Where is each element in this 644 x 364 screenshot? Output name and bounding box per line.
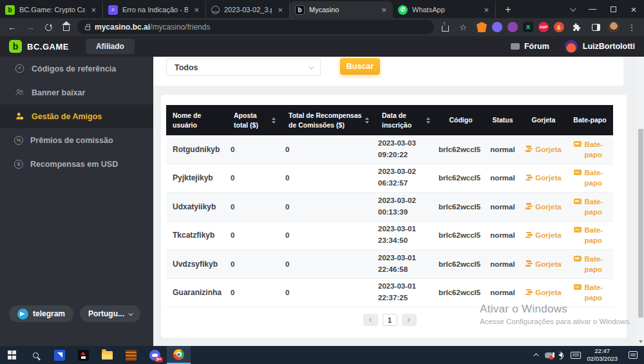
extensions-puzzle-icon[interactable] <box>569 20 583 34</box>
tab-png-image[interactable]: 2023-03-02_3.png (1024×76 × <box>206 1 290 18</box>
search-button[interactable]: Buscar <box>340 58 380 75</box>
keyboard-icon[interactable] <box>571 352 581 359</box>
maximize-button[interactable] <box>603 0 623 18</box>
menu-kebab-icon[interactable]: ⋮ <box>625 20 639 34</box>
reload-icon[interactable] <box>41 20 55 34</box>
tab-close-icon[interactable]: × <box>276 5 284 15</box>
telegram-button[interactable]: telegram <box>9 305 73 322</box>
discord-icon[interactable]: 9+ <box>143 346 167 364</box>
affiliate-button[interactable]: Afiliado <box>86 39 135 54</box>
sidebar: Códigos de referência Banner baixar Gest… <box>0 57 153 346</box>
sidebar-footer: telegram Portugu... <box>9 305 140 322</box>
forum-link[interactable]: Fórum <box>511 42 549 51</box>
status-badge: normal <box>485 203 520 211</box>
close-window-button[interactable]: × <box>623 0 644 18</box>
chat-link[interactable]: Bate-papo <box>567 282 613 303</box>
tab-close-icon[interactable]: × <box>482 5 490 15</box>
radeon-app-icon[interactable] <box>48 346 71 364</box>
sort-icon[interactable] <box>365 117 369 124</box>
game-app-icon[interactable] <box>71 346 95 364</box>
share-icon[interactable] <box>438 20 452 34</box>
tip-link[interactable]: Gorjeta <box>520 146 567 153</box>
next-page-button[interactable] <box>402 314 417 326</box>
brand-name[interactable]: BC.GAME <box>27 42 69 52</box>
tab-search-chevron-icon[interactable] <box>562 0 582 18</box>
watermark-title: Ativar o Windows <box>480 303 631 316</box>
sidebar-item-friends-management[interactable]: Gestão de Amigos <box>0 104 153 128</box>
search-icon[interactable] <box>24 346 48 364</box>
bookmark-star-icon[interactable]: ☆ <box>456 20 470 34</box>
x-extension-icon[interactable]: X <box>523 22 533 32</box>
tip-link[interactable]: Gorjeta <box>520 174 567 182</box>
tab-mycasino-active[interactable]: b Mycasino × <box>290 1 393 18</box>
chat-bubble-icon <box>574 169 582 175</box>
code-cell: brlc62wccl5 <box>437 231 485 239</box>
current-page[interactable]: 1 <box>383 314 397 326</box>
filter-dropdown[interactable]: Todos <box>166 59 321 76</box>
tab-erro-indicacao[interactable]: ≡ Erro na Indicação - BC.Game × <box>103 1 206 18</box>
commission-cell: 0 <box>282 231 375 239</box>
volume-icon[interactable] <box>558 352 562 358</box>
clock[interactable]: 22:47 02/03/2023 <box>587 347 618 363</box>
tip-link[interactable]: Gorjeta <box>520 231 567 239</box>
blocker-hand-extension-icon[interactable]: ✋ <box>554 22 564 32</box>
bet-cell: 0 <box>227 289 282 296</box>
chat-link[interactable]: Bate-papo <box>567 196 613 217</box>
tray-record-icon[interactable] <box>545 352 553 358</box>
tray-chevron-icon[interactable] <box>534 353 539 358</box>
prev-page-button[interactable] <box>363 314 378 326</box>
profile-avatar[interactable] <box>608 21 620 33</box>
back-icon[interactable]: ← <box>5 20 19 34</box>
whatsapp-favicon: ✆ <box>398 5 408 15</box>
chat-link[interactable]: Bate-papo <box>567 139 613 160</box>
new-tab-button[interactable]: + <box>500 1 516 18</box>
chat-link[interactable]: Bate-papo <box>567 254 613 274</box>
scrollbar-thumb[interactable] <box>638 129 643 318</box>
forward-icon[interactable]: → <box>23 20 37 34</box>
bcgame-logo[interactable]: b <box>9 40 22 53</box>
file-explorer-icon[interactable] <box>95 346 119 364</box>
page-url[interactable]: mycasino.bc.ai/mycasino/friends <box>95 23 210 32</box>
sidebar-item-banner-download[interactable]: Banner baixar <box>0 81 153 104</box>
tab-close-icon[interactable]: × <box>380 5 388 15</box>
tab-whatsapp[interactable]: ✆ WhatsApp × <box>393 1 496 18</box>
scrollbar[interactable] <box>638 57 644 346</box>
chat-link[interactable]: Bate-papo <box>567 225 613 245</box>
metamask-extension-icon[interactable] <box>477 22 487 32</box>
forum-label: Fórum <box>524 42 549 51</box>
tab-bcgame[interactable]: b BC.Game: Crypto Casino Gan × <box>0 1 103 18</box>
home-icon[interactable] <box>59 20 73 34</box>
action-center-icon[interactable] <box>629 351 638 359</box>
tab-close-icon[interactable]: × <box>90 5 97 15</box>
scrollbar-down-arrow[interactable] <box>639 340 643 343</box>
tab-close-icon[interactable]: × <box>193 5 200 15</box>
sort-icon[interactable] <box>426 117 430 124</box>
chrome-taskbar-icon[interactable] <box>167 346 191 364</box>
browser-toolbar: ← → mycasino.bc.ai/mycasino/friends ☆ X … <box>0 18 644 36</box>
address-bar[interactable]: mycasino.bc.ai/mycasino/friends <box>77 20 434 34</box>
purple-extension-icon[interactable] <box>492 22 502 32</box>
users-icon <box>14 88 24 98</box>
adblock-plus-extension-icon[interactable]: ABP <box>538 22 549 32</box>
system-tray: 22:47 02/03/2023 <box>535 347 644 363</box>
minimize-button[interactable]: — <box>582 0 603 18</box>
username-cell: Rotgudnikyb <box>166 145 227 154</box>
language-dropdown[interactable]: Portugu... <box>80 305 140 322</box>
side-panel-icon[interactable] <box>589 20 603 34</box>
code-cell: brlc62wccl5 <box>437 174 485 182</box>
sort-icon[interactable] <box>272 117 276 124</box>
game2-app-icon[interactable] <box>119 346 143 364</box>
user-menu[interactable]: LuizBortolotti <box>565 40 635 53</box>
start-button[interactable] <box>0 346 24 364</box>
tip-link[interactable]: Gorjeta <box>520 260 567 268</box>
commission-cell: 0 <box>282 203 375 211</box>
sidebar-item-commission-prizes[interactable]: % Prêmios de comissão <box>0 128 153 152</box>
sidebar-item-referral-codes[interactable]: Códigos de referência <box>0 57 153 81</box>
tip-link[interactable]: Gorjeta <box>520 289 567 296</box>
violet-extension-icon[interactable] <box>507 22 518 32</box>
coins-icon <box>526 146 533 153</box>
sidebar-item-usd-rewards[interactable]: $ Recompensas em USD <box>0 152 153 176</box>
chat-link[interactable]: Bate-papo <box>567 168 613 188</box>
tip-link[interactable]: Gorjeta <box>520 203 567 211</box>
forum-chat-icon <box>511 43 520 50</box>
